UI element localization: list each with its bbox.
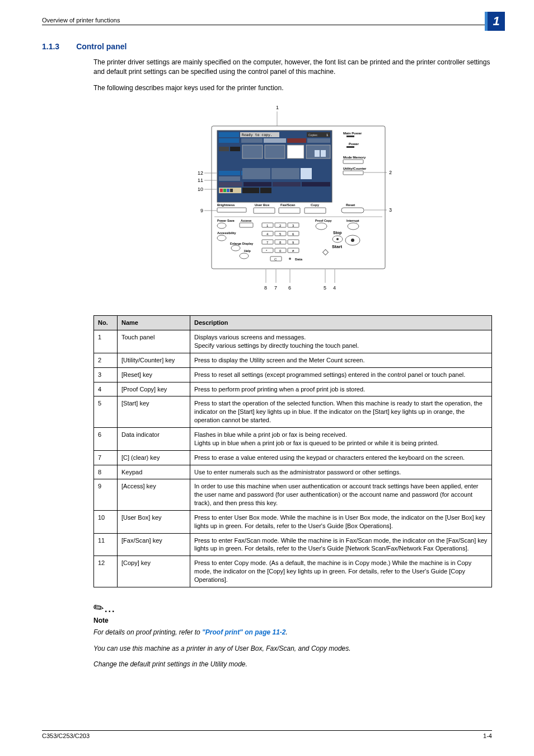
svg-rect-45 [343,171,363,175]
footer-right: 1-4 [483,732,492,739]
svg-rect-12 [264,138,286,143]
svg-point-68 [231,245,240,251]
cell-desc: Displays various screens and messages. S… [190,330,492,353]
cell-desc: Press to display the Utility screen and … [190,353,492,367]
cell-desc: Flashes in blue while a print job or fax… [190,427,492,450]
svg-rect-11 [241,138,263,143]
th-no: No. [94,316,118,330]
page-header: Overview of printer functions [42,17,492,25]
note-1-post: . [286,628,288,636]
cell-desc: Press to enter User Box mode. While the … [190,510,492,533]
svg-text:Power: Power [349,142,359,146]
note-1-link[interactable]: "Proof print" on page 11-2 [202,628,285,636]
cell-desc: Press to perform proof printing when a p… [190,382,492,396]
section-number: 1.1.3 [42,42,59,51]
cell-no: 10 [94,510,118,533]
note-icon: ✎... [93,601,492,615]
callout-1: 1 [276,105,279,110]
svg-text:Reset: Reset [346,203,355,207]
cell-name: [C] (clear) key [118,450,190,465]
svg-rect-24 [242,168,270,179]
status-text: Ready to copy. [242,133,273,137]
svg-text:Stop: Stop [333,231,342,235]
cell-no: 2 [94,353,118,367]
svg-rect-17 [287,145,304,158]
page-footer: C353/C253/C203 1-4 [42,730,492,739]
table-row: 10[User Box] keyPress to enter User Box … [94,510,492,533]
table-row: 6Data indicatorFlashes in blue while a p… [94,427,492,450]
cell-name: [Utility/Counter] key [118,353,190,367]
svg-rect-16 [265,145,285,158]
th-desc: Description [190,316,492,330]
control-panel-diagram: 1 Ready to copy. Copies: 1 [181,104,405,296]
svg-rect-23 [219,176,240,181]
table-row: 5[Start] keyPress to start the operation… [94,396,492,428]
svg-text:Power Save: Power Save [217,219,235,222]
cell-name: [Proof Copy] key [118,382,190,396]
table-row: 7[C] (clear) keyPress to erase a value e… [94,450,492,465]
table-row: 12[Copy] keyPress to enter Copy mode. (A… [94,556,492,587]
svg-point-97 [289,258,291,260]
svg-rect-3 [219,132,239,137]
svg-rect-19 [315,150,320,157]
table-row: 11[Fax/Scan] keyPress to enter Fax/Scan … [94,533,492,556]
table-row: 2[Utility/Counter] keyPress to display t… [94,353,492,367]
section-heading: 1.1.3 Control panel [42,42,492,51]
cell-desc: Press to enter Copy mode. (As a default,… [190,556,492,587]
svg-rect-41 [346,146,354,148]
svg-text:Copy: Copy [311,203,320,207]
svg-point-105 [336,238,339,240]
svg-text:Mode Memory: Mode Memory [343,156,366,159]
svg-point-102 [348,223,359,230]
control-panel-table: No. Name Description 1Touch panelDisplay… [93,315,492,587]
para-intro-2: The following describes major keys used … [93,83,492,93]
svg-text:5: 5 [324,285,326,291]
svg-text:Start: Start [332,244,343,249]
note-3: Change the default print settings in the… [93,660,492,669]
svg-point-62 [217,223,226,228]
cell-name: [User Box] key [118,510,190,533]
svg-text:Brightness: Brightness [217,203,235,207]
chapter-badge: 1 [485,12,505,31]
svg-text:12: 12 [198,170,203,176]
svg-rect-43 [343,160,363,164]
svg-rect-55 [305,208,326,213]
svg-rect-89 [262,248,273,253]
svg-text:4: 4 [333,285,336,291]
svg-rect-28 [243,182,271,186]
svg-text:User Box: User Box [255,203,270,207]
svg-text:C: C [274,258,277,261]
svg-text:Fax/Scan: Fax/Scan [280,203,296,207]
svg-rect-36 [242,188,259,193]
svg-text:Enlarge Display: Enlarge Display [230,242,254,245]
svg-point-100 [316,223,327,230]
cell-no: 5 [94,396,118,428]
cell-no: 12 [94,556,118,587]
svg-text:10: 10 [198,186,203,192]
svg-rect-49 [217,208,246,212]
svg-text:9: 9 [200,208,203,213]
cell-name: [Fax/Scan] key [118,533,190,556]
svg-rect-15 [242,145,263,158]
cell-name: Data indicator [118,427,190,450]
footer-left: C353/C253/C203 [42,732,90,739]
note-1: For details on proof printing, refer to … [93,628,492,637]
note-2: You can use this machine as a printer in… [93,644,492,654]
th-name: Name [118,316,190,330]
svg-rect-8 [219,138,239,143]
cell-desc: Press to erase a value entered using the… [190,450,492,465]
svg-point-108 [351,239,354,242]
pen-icon: ✎ [90,599,107,617]
svg-text:3: 3 [389,207,392,213]
svg-rect-37 [260,188,271,193]
svg-rect-35 [230,189,233,192]
cell-no: 9 [94,479,118,511]
svg-rect-10 [230,147,240,151]
cell-name: [Copy] key [118,556,190,587]
note-label: Note [93,617,492,624]
svg-rect-27 [219,182,242,186]
svg-text:Help: Help [244,249,251,253]
svg-rect-14 [307,138,330,143]
svg-rect-34 [227,189,229,192]
svg-rect-33 [223,189,226,192]
